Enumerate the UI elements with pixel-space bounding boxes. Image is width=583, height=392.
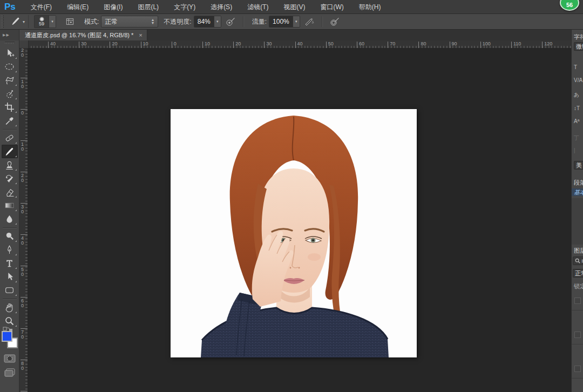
ruler-major-tick xyxy=(357,42,357,48)
ruler-label: 0 xyxy=(174,41,177,46)
eraser-tool[interactable] xyxy=(2,185,18,199)
airbrush-button[interactable] xyxy=(302,15,316,28)
layer-visibility-checkbox[interactable] xyxy=(574,366,581,372)
brush-preset-picker[interactable]: 59 ▾ xyxy=(34,15,56,28)
pressure-opacity-button[interactable] xyxy=(223,15,238,28)
ruler-major-tick xyxy=(21,109,28,110)
ruler-label: 120 xyxy=(544,41,552,46)
blur-icon xyxy=(4,214,15,224)
history-brush-tool[interactable] xyxy=(2,172,18,185)
blend-mode-select[interactable]: 正常 ▲▼ xyxy=(101,16,158,28)
move-tool[interactable] xyxy=(2,46,18,60)
menu-item-edit[interactable]: 编辑(E) xyxy=(59,0,96,14)
ruler-origin-corner[interactable] xyxy=(19,40,29,49)
move-icon xyxy=(4,48,15,58)
tab-close-icon[interactable]: × xyxy=(139,32,142,38)
flyout-triangle-icon xyxy=(15,142,17,144)
workspace-label[interactable]: 基本 xyxy=(572,188,583,197)
pressure-size-button[interactable] xyxy=(328,15,342,28)
opacity-dropdown-button[interactable]: ▾ xyxy=(214,16,221,27)
healing-icon xyxy=(4,133,15,143)
menu-item-view[interactable]: 视图(V) xyxy=(276,0,313,14)
ruler-major-tick xyxy=(21,391,28,391)
canvas-workspace[interactable] xyxy=(29,49,571,392)
color-swatches xyxy=(2,329,18,349)
ruler-major-tick xyxy=(110,42,110,48)
brush-icon xyxy=(4,146,15,157)
screen-mode-button[interactable] xyxy=(3,368,16,377)
marquee-tool[interactable] xyxy=(2,60,18,73)
menu-item-help[interactable]: 帮助(H) xyxy=(351,0,389,14)
crop-tool[interactable] xyxy=(2,100,18,114)
vertical-ruler[interactable]: 20100102030405060708090 xyxy=(19,40,28,392)
layer-row[interactable] xyxy=(572,326,583,344)
paragraph-panel-tab[interactable]: 段落 xyxy=(574,179,583,187)
font-size-icon: T xyxy=(574,64,577,70)
options-bar-grip[interactable] xyxy=(1,16,5,28)
opacity-value: 84% xyxy=(194,16,214,27)
tools-panel-grip[interactable] xyxy=(5,42,15,44)
ruler-label: 110 xyxy=(513,41,521,46)
opacity-field[interactable]: 84% ▾ xyxy=(194,16,221,28)
menu-item-file[interactable]: 文件(F) xyxy=(23,0,59,14)
ruler-label: 20 xyxy=(235,41,241,46)
character-panel-tab[interactable]: 字符 xyxy=(574,33,583,41)
path-selection-tool[interactable] xyxy=(2,270,18,283)
document-tab[interactable]: 通道磨皮.psd @ 16.7% (图层 4, RGB/8) *× xyxy=(19,30,147,40)
hand-icon xyxy=(4,302,15,313)
ruler-label: 10 xyxy=(21,142,25,152)
font-family-field[interactable]: 微软 xyxy=(574,43,583,51)
blur-tool[interactable] xyxy=(2,212,18,226)
quick-selection-tool[interactable] xyxy=(2,87,18,100)
type-tool[interactable] xyxy=(2,256,18,270)
quick-mask-button[interactable] xyxy=(3,354,16,363)
foreground-color-swatch[interactable] xyxy=(2,331,12,342)
clone-stamp-tool[interactable] xyxy=(2,158,18,172)
vertical-scale-icon: ↕T xyxy=(574,105,580,111)
document-canvas[interactable] xyxy=(171,109,417,357)
portrait-photo xyxy=(171,109,417,357)
layer-visibility-checkbox[interactable] xyxy=(574,332,581,338)
flyout-triangle-icon xyxy=(15,156,17,157)
horizontal-ruler[interactable]: 403020100102030405060708090100110120 xyxy=(19,40,571,49)
menu-item-filter[interactable]: 滤镜(T) xyxy=(240,0,276,14)
menu-item-type[interactable]: 文字(Y) xyxy=(166,0,203,14)
ruler-major-tick xyxy=(202,42,203,48)
layer-visibility-checkbox[interactable] xyxy=(574,298,581,304)
hand-tool[interactable] xyxy=(2,301,18,314)
menu-item-window[interactable]: 窗口(W) xyxy=(313,0,351,14)
menu-item-layer[interactable]: 图层(L) xyxy=(130,0,166,14)
layer-filter-field[interactable]: ≡ xyxy=(573,256,583,265)
pen-tool[interactable] xyxy=(2,243,18,256)
shape-tool[interactable] xyxy=(2,283,18,297)
brush-picker-dropdown-button[interactable]: ▾ xyxy=(49,16,56,28)
ruler-major-tick xyxy=(21,234,28,235)
flyout-triangle-icon xyxy=(15,209,17,211)
tool-preset-picker[interactable]: ▾ xyxy=(6,15,29,28)
right-dock-panel: 字符 微软 T V/A あ ↕T Aª 丁 | 美 段落 基本 图层 ≡ 正常 … xyxy=(571,30,583,392)
spot-healing-tool[interactable] xyxy=(2,131,18,145)
brush-tool[interactable] xyxy=(2,145,18,158)
eyedropper-tool[interactable] xyxy=(2,114,18,127)
layers-panel-tab[interactable]: 图层 xyxy=(574,247,583,255)
gradient-tool[interactable] xyxy=(2,199,18,212)
zoom-tool[interactable] xyxy=(2,314,18,328)
ruler-label: 20 xyxy=(21,48,25,58)
updown-arrows-icon: ▲▼ xyxy=(151,18,154,25)
layer-row[interactable] xyxy=(572,292,583,310)
layer-row[interactable] xyxy=(572,360,583,379)
menu-item-image[interactable]: 图像(I) xyxy=(96,0,130,14)
shape-icon xyxy=(4,285,15,295)
dodge-tool[interactable] xyxy=(2,229,18,243)
flow-dropdown-button[interactable]: ▾ xyxy=(293,16,300,27)
layers-blend-mode-select[interactable]: 正常 xyxy=(573,269,583,278)
gradient-icon xyxy=(4,200,15,211)
tools-panel-collapse-button[interactable]: ▶▶ xyxy=(0,30,19,40)
lasso-tool[interactable] xyxy=(2,73,18,87)
flow-field[interactable]: 100% ▾ xyxy=(269,16,300,28)
toggle-brush-panel-button[interactable] xyxy=(63,15,77,28)
menu-item-select[interactable]: 选择(S) xyxy=(203,0,240,14)
ruler-major-tick xyxy=(21,203,28,204)
tool-options-bar: ▾ 59 ▾ 模式: 正常 ▲▼ 不透明度: 84% ▾ 流量: 100% xyxy=(0,14,583,30)
language-select[interactable]: 美 xyxy=(574,161,583,170)
